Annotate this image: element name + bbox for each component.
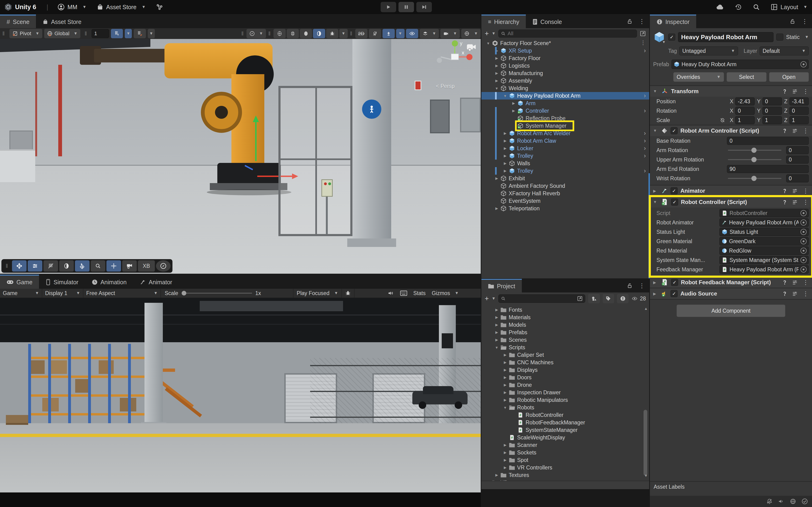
grid-size-input[interactable]	[92, 29, 109, 38]
gizmo-overlay-button[interactable]	[75, 260, 90, 272]
hierarchy-row[interactable]: ▶Locker›	[481, 145, 649, 152]
kebab-menu-icon[interactable]: ⋮	[803, 279, 809, 286]
prefab-chevron-icon[interactable]: ›	[644, 129, 646, 137]
shading-rendered-button[interactable]	[313, 29, 325, 38]
foldout-icon[interactable]: ▶	[493, 473, 500, 477]
slider-thumb[interactable]	[751, 157, 757, 162]
project-row[interactable]: #RobotController	[481, 411, 649, 419]
speaker-icon[interactable]	[778, 498, 784, 504]
chevron-down-icon[interactable]: ▼	[805, 35, 809, 40]
gizmo-y-arrow[interactable]	[255, 121, 257, 161]
hierarchy-row[interactable]: Reflection Probe	[481, 115, 649, 122]
foldout-icon[interactable]: ▶	[493, 49, 500, 53]
foldout-icon[interactable]: ▼	[485, 41, 492, 45]
kebab-menu-icon[interactable]: ⋮	[803, 199, 809, 206]
foldout-icon[interactable]: ▶	[502, 443, 509, 447]
stats-toggle[interactable]: Stats	[413, 290, 425, 296]
foldout-icon[interactable]: ▶	[493, 64, 500, 68]
presets-icon[interactable]	[792, 188, 798, 194]
check-circle-icon[interactable]	[802, 498, 808, 504]
grid-visibility-button[interactable]: Y	[111, 29, 123, 38]
hierarchy-row[interactable]: ▶Robot Arm Claw›	[481, 137, 649, 145]
search-icon[interactable]	[753, 3, 760, 10]
presets-icon[interactable]	[792, 88, 798, 94]
property-value-field[interactable]: 0	[786, 174, 809, 182]
project-row[interactable]: ▶Doors	[481, 374, 649, 381]
hierarchy-row[interactable]: ▶Exhibit	[481, 175, 649, 182]
lock-icon[interactable]	[627, 18, 633, 25]
transform-y-field[interactable]: 0	[762, 107, 782, 115]
project-row[interactable]: ▶VR Controllers	[481, 464, 649, 471]
transform-y-field[interactable]: 1	[762, 116, 782, 124]
asset-labels-bar[interactable]: Asset Labels	[650, 481, 812, 492]
prefab-chevron-icon[interactable]: ›	[644, 137, 646, 144]
project-row[interactable]: ▶Robotic Manipulators	[481, 396, 649, 404]
foldout-icon[interactable]: ▶	[493, 71, 500, 75]
tab-simulator[interactable]: Simulator	[39, 275, 85, 289]
object-picker-icon[interactable]	[801, 229, 807, 235]
hierarchy-row[interactable]: ▶Trolley›	[481, 167, 649, 175]
foldout-icon[interactable]: ▶	[493, 308, 500, 312]
kebab-menu-icon[interactable]: ⋮	[639, 18, 645, 25]
history-icon[interactable]	[735, 3, 742, 10]
help-icon[interactable]: ❔	[782, 291, 787, 296]
hierarchy-row[interactable]: ▶Robot Arm Arc Welder›	[481, 129, 649, 137]
gameobject-name-field[interactable]	[678, 32, 773, 42]
foldout-icon[interactable]: ▶	[510, 101, 517, 105]
cloud-icon[interactable]	[716, 4, 724, 10]
transform-x-field[interactable]: -2.43	[735, 97, 754, 105]
static-checkbox[interactable]	[776, 34, 783, 41]
transform-z-field[interactable]: 1	[790, 116, 809, 124]
property-value-field[interactable]: 0	[727, 137, 809, 145]
hierarchy-row[interactable]: ▶Assembly	[481, 77, 649, 84]
foldout-icon[interactable]: ▼	[502, 406, 509, 410]
add-button[interactable]: +	[485, 294, 489, 302]
foldout-icon[interactable]: ▶	[502, 131, 509, 135]
foldout-icon[interactable]: ▶	[502, 383, 509, 387]
kebab-menu-icon[interactable]: ⋮	[803, 187, 809, 194]
robot-feedback-manager-header[interactable]: ▶ # ✓ Robot Feedback Manager (Script) ❔⋮	[650, 277, 812, 288]
step-button[interactable]	[416, 2, 432, 12]
prefab-chevron-icon[interactable]: ›	[644, 47, 646, 54]
help-icon[interactable]: ❔	[782, 200, 787, 205]
help-icon[interactable]: ❔	[782, 189, 787, 193]
hierarchy-row[interactable]: ▼Welding	[481, 84, 649, 92]
audio-source-header[interactable]: ▶ ✓ Audio Source ❔⋮	[650, 288, 812, 299]
project-row[interactable]: ▶Fonts	[481, 306, 649, 314]
tab-project[interactable]: Project	[481, 279, 522, 292]
hierarchy-row[interactable]: EventSystem	[481, 197, 649, 205]
select-button[interactable]: Select	[727, 72, 766, 82]
grid-overlay-button[interactable]	[44, 260, 58, 272]
orientation-dropdown[interactable]: Global▼	[44, 29, 80, 38]
lock-icon[interactable]	[627, 282, 633, 289]
object-reference-field[interactable]: #Heavy Payload Robot Arm (Ro	[719, 265, 809, 274]
presets-icon[interactable]	[792, 199, 798, 205]
foldout-icon[interactable]: ▼	[502, 94, 509, 98]
transform-z-field[interactable]: 0	[790, 107, 809, 115]
transform-x-field[interactable]: 0	[735, 107, 754, 115]
property-value-field[interactable]: 0	[786, 146, 809, 154]
shading-shaded-wire-button[interactable]	[287, 29, 299, 38]
shading-overlay-button[interactable]	[59, 260, 74, 272]
kebab-menu-icon[interactable]: ⋮	[639, 282, 645, 289]
transform-y-field[interactable]: 0	[762, 97, 782, 105]
hierarchy-row[interactable]: ▶Factory Floor	[481, 54, 649, 62]
presets-icon[interactable]	[792, 291, 798, 297]
search-overlay-button[interactable]	[91, 260, 105, 272]
scene-visibility-button[interactable]	[406, 29, 418, 38]
object-reference-field[interactable]: Heavy Payload Robot Arm (An	[719, 218, 809, 227]
hierarchy-search[interactable]	[498, 30, 637, 38]
help-icon[interactable]: ❔	[782, 280, 787, 285]
keyboard-icon[interactable]	[400, 290, 407, 296]
hierarchy-row[interactable]: ▼Factory Floor Scene*⋮	[481, 40, 649, 47]
scene-view-options-dropdown[interactable]: ▼	[247, 29, 266, 38]
object-reference-field[interactable]: Status Light	[719, 228, 809, 236]
object-picker-icon[interactable]	[801, 219, 807, 226]
kebab-menu-icon[interactable]: ⋮	[802, 18, 808, 25]
foldout-icon[interactable]: ▶	[493, 330, 500, 334]
foldout-icon[interactable]: ▶	[493, 338, 500, 342]
scene-effects-button[interactable]	[383, 29, 395, 38]
picker-icon[interactable]	[577, 296, 583, 301]
project-row[interactable]: ▶Scenes	[481, 336, 649, 344]
hierarchy-row[interactable]: ▶Manufacturing	[481, 69, 649, 77]
